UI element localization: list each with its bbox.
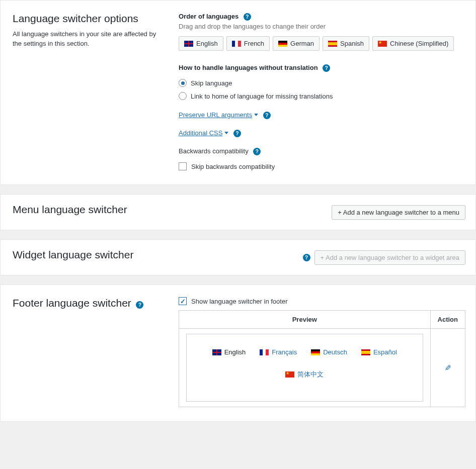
- language-name: English: [224, 348, 246, 356]
- chevron-down-icon: [254, 114, 258, 116]
- section-desc: All language switchers in your site are …: [13, 30, 164, 49]
- language-name: German: [290, 40, 314, 47]
- preview-language[interactable]: Deutsch: [311, 348, 347, 356]
- radio-label: Skip language: [191, 79, 232, 87]
- add-menu-switcher-button[interactable]: + Add a new language switcher to a menu: [332, 205, 465, 220]
- language-tile[interactable]: English: [179, 36, 223, 51]
- help-icon[interactable]: ?: [323, 64, 330, 72]
- action-header: Action: [430, 311, 465, 329]
- flag-icon: [285, 371, 294, 378]
- flag-icon: [260, 349, 269, 355]
- help-icon[interactable]: ?: [233, 130, 241, 137]
- radio-link-home[interactable]: Link to home of language for missing tra…: [179, 92, 465, 100]
- add-widget-switcher-button[interactable]: + Add a new language switcher to a widge…: [314, 250, 465, 265]
- flag-icon: [311, 349, 320, 355]
- preview-header: Preview: [179, 311, 431, 329]
- radio-icon: [179, 92, 187, 100]
- radio-skip-language[interactable]: Skip language: [179, 79, 465, 87]
- flag-icon: [328, 41, 337, 47]
- preview-box: EnglishFrançaisDeutschEspañol简体中文: [186, 334, 423, 402]
- preview-table: Preview Action EnglishFrançaisDeutschEsp…: [179, 310, 465, 407]
- preview-language[interactable]: Français: [260, 348, 297, 356]
- language-name: Français: [272, 348, 297, 356]
- missing-label: How to handle languages without translat…: [179, 64, 318, 71]
- chevron-down-icon: [224, 132, 228, 134]
- help-icon[interactable]: ?: [253, 148, 261, 155]
- language-name: Chinese (Simplified): [390, 40, 448, 47]
- language-name: Deutsch: [323, 348, 347, 356]
- footer-switcher-title: Footer language switcher: [13, 297, 131, 309]
- flag-icon: [184, 41, 193, 47]
- language-name: Spanish: [340, 40, 364, 47]
- language-tile[interactable]: Spanish: [323, 36, 369, 51]
- language-name: 简体中文: [297, 370, 324, 379]
- edit-icon[interactable]: ✎: [443, 364, 452, 371]
- flag-icon: [361, 349, 370, 355]
- checkbox-label: Show language switcher in footer: [191, 298, 288, 305]
- additional-css-toggle[interactable]: Additional CSS: [179, 129, 228, 137]
- help-icon[interactable]: ?: [303, 254, 310, 261]
- language-name: French: [244, 40, 264, 47]
- language-tiles: EnglishFrenchGermanSpanishChinese (Simpl…: [179, 36, 465, 51]
- language-tile[interactable]: Chinese (Simplified): [372, 36, 454, 51]
- skip-back-compat-checkbox[interactable]: [179, 162, 187, 170]
- section-title: Language switcher options: [13, 13, 179, 25]
- flag-icon: [232, 41, 241, 47]
- language-name: Español: [373, 348, 397, 356]
- flag-icon: [378, 41, 387, 47]
- language-tile[interactable]: French: [226, 36, 270, 51]
- help-icon[interactable]: ?: [244, 13, 251, 21]
- preview-language: English: [212, 348, 246, 356]
- help-icon[interactable]: ?: [263, 112, 271, 119]
- flag-icon: [278, 41, 287, 47]
- radio-label: Link to home of language for missing tra…: [191, 92, 333, 100]
- menu-switcher-title: Menu language switcher: [13, 204, 179, 216]
- widget-switcher-title: Widget language switcher: [13, 249, 179, 261]
- language-tile[interactable]: German: [273, 36, 320, 51]
- language-name: English: [196, 40, 218, 47]
- flag-icon: [212, 349, 221, 355]
- checkbox-label: Skip backwards compatibility: [191, 163, 275, 170]
- help-icon[interactable]: ?: [136, 301, 143, 309]
- order-label: Order of languages: [179, 13, 239, 20]
- radio-icon: [179, 79, 187, 87]
- show-footer-checkbox[interactable]: [179, 297, 187, 305]
- preserve-url-toggle[interactable]: Preserve URL arguments: [179, 111, 258, 119]
- preview-language[interactable]: 简体中文: [285, 370, 324, 379]
- back-compat-label: Backwards compatibility: [179, 147, 249, 155]
- order-sub: Drag and drop the languages to change th…: [179, 23, 465, 30]
- preview-language[interactable]: Español: [361, 348, 397, 356]
